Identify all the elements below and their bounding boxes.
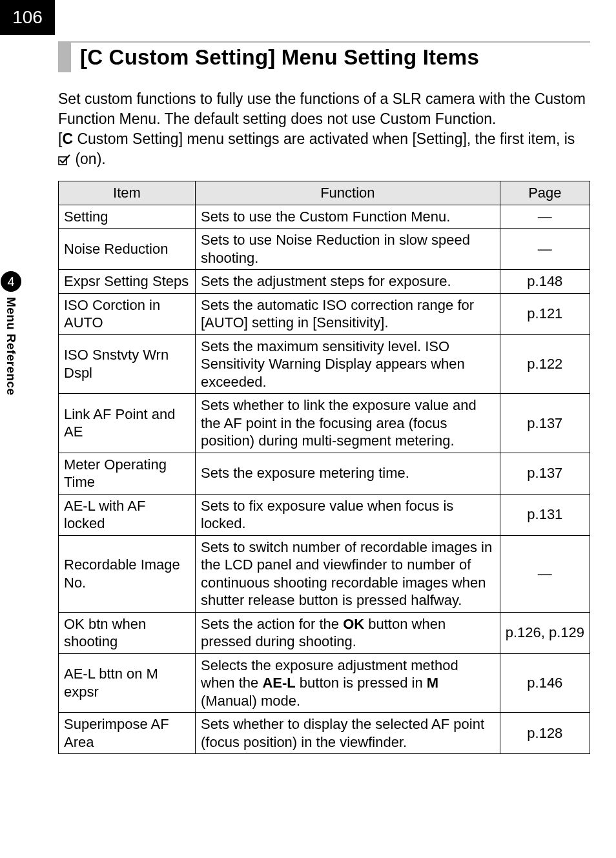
cell-page: p.148: [500, 270, 590, 294]
table-row: AE-L bttn on M expsr Selects the exposur…: [59, 653, 590, 713]
chapter-number: 4: [7, 274, 14, 289]
intro2-suffix: (on).: [71, 150, 106, 167]
ael-button-label: AE-L: [262, 675, 295, 691]
table-row: ISO Snstvty Wrn Dspl Sets the maximum se…: [59, 334, 590, 394]
cell-function: Sets to use Noise Reduction in slow spee…: [196, 229, 500, 270]
intro2-mid: Custom Setting] menu settings are activa…: [73, 130, 575, 147]
cell-page: —: [500, 229, 590, 270]
cell-function: Sets to switch number of recordable imag…: [196, 535, 500, 612]
cell-page: p.137: [500, 453, 590, 494]
cell-item: Link AF Point and AE: [59, 394, 196, 453]
cell-page: p.146: [500, 653, 590, 713]
cell-function: Sets to use the Custom Function Menu.: [196, 205, 500, 229]
func-pre: Sets the action for the: [201, 616, 343, 632]
cell-function: Sets the automatic ISO correction range …: [196, 293, 500, 334]
cell-page: p.122: [500, 334, 590, 394]
cell-item: ISO Snstvty Wrn Dspl: [59, 334, 196, 394]
cell-item: Recordable Image No.: [59, 535, 196, 612]
cell-page: p.131: [500, 494, 590, 535]
intro-paragraph-2: [C Custom Setting] menu settings are act…: [58, 129, 590, 169]
table-header-row: Item Function Page: [59, 181, 590, 205]
cell-function: Selects the exposure adjustment method w…: [196, 653, 500, 713]
table-row: Link AF Point and AE Sets whether to lin…: [59, 394, 590, 453]
cell-item: Superimpose AF Area: [59, 713, 196, 754]
cell-function: Sets the adjustment steps for exposure.: [196, 270, 500, 294]
cell-item: AE-L with AF locked: [59, 494, 196, 535]
header-item: Item: [59, 181, 196, 205]
table-row: Setting Sets to use the Custom Function …: [59, 205, 590, 229]
cell-item: AE-L bttn on M expsr: [59, 653, 196, 713]
cell-item: Noise Reduction: [59, 229, 196, 270]
heading-top-rule: [58, 41, 590, 43]
heading-wrap: [C Custom Setting] Menu Setting Items: [58, 41, 590, 72]
table-row: OK btn when shooting Sets the action for…: [59, 612, 590, 653]
cell-page: p.137: [500, 394, 590, 453]
heading-block: [C Custom Setting] Menu Setting Items: [58, 43, 590, 72]
intro-text: Set custom functions to fully use the fu…: [58, 89, 590, 169]
custom-setting-icon: C: [87, 45, 103, 69]
manual-mode-label: M: [427, 675, 438, 691]
cell-item: OK btn when shooting: [59, 612, 196, 653]
page-title: [C Custom Setting] Menu Setting Items: [80, 43, 479, 70]
cell-item: ISO Corction in AUTO: [59, 293, 196, 334]
cell-item: Meter Operating Time: [59, 453, 196, 494]
chapter-label: Menu Reference: [4, 297, 18, 395]
header-page: Page: [500, 181, 590, 205]
func-post: (Manual) mode.: [201, 693, 300, 709]
cell-item: Setting: [59, 205, 196, 229]
ok-button-label: OK: [343, 616, 364, 632]
custom-setting-icon: C: [62, 130, 73, 147]
table-row: ISO Corction in AUTO Sets the automatic …: [59, 293, 590, 334]
table-row: Superimpose AF Area Sets whether to disp…: [59, 713, 590, 754]
heading-prefix: [: [80, 45, 87, 69]
table-row: Expsr Setting Steps Sets the adjustment …: [59, 270, 590, 294]
heading-accent-bar: [58, 43, 71, 72]
heading-rest: Custom Setting] Menu Setting Items: [103, 45, 479, 69]
page-content: [C Custom Setting] Menu Setting Items Se…: [58, 41, 590, 754]
cell-page: p.128: [500, 713, 590, 754]
page-number: 106: [12, 7, 43, 28]
table-row: Noise Reduction Sets to use Noise Reduct…: [59, 229, 590, 270]
cell-page: —: [500, 535, 590, 612]
cell-function: Sets whether to display the selected AF …: [196, 713, 500, 754]
settings-table: Item Function Page Setting Sets to use t…: [58, 181, 590, 754]
cell-function: Sets the action for the OK button when p…: [196, 612, 500, 653]
side-tab: 4 Menu Reference: [0, 271, 22, 395]
intro-paragraph-1: Set custom functions to fully use the fu…: [58, 89, 590, 129]
cell-function: Sets the exposure metering time.: [196, 453, 500, 494]
page-number-tab: 106: [0, 0, 55, 35]
cell-page: —: [500, 205, 590, 229]
func-mid: button is pressed in: [296, 675, 427, 691]
table-row: Recordable Image No. Sets to switch numb…: [59, 535, 590, 612]
table-row: AE-L with AF locked Sets to fix exposure…: [59, 494, 590, 535]
cell-function: Sets the maximum sensitivity level. ISO …: [196, 334, 500, 394]
checkbox-on-icon: [58, 150, 71, 167]
cell-page: p.121: [500, 293, 590, 334]
cell-function: Sets to fix exposure value when focus is…: [196, 494, 500, 535]
header-function: Function: [196, 181, 500, 205]
cell-function: Sets whether to link the exposure value …: [196, 394, 500, 453]
table-row: Meter Operating Time Sets the exposure m…: [59, 453, 590, 494]
chapter-badge: 4: [1, 271, 21, 292]
cell-page: p.126, p.129: [500, 612, 590, 653]
cell-item: Expsr Setting Steps: [59, 270, 196, 294]
